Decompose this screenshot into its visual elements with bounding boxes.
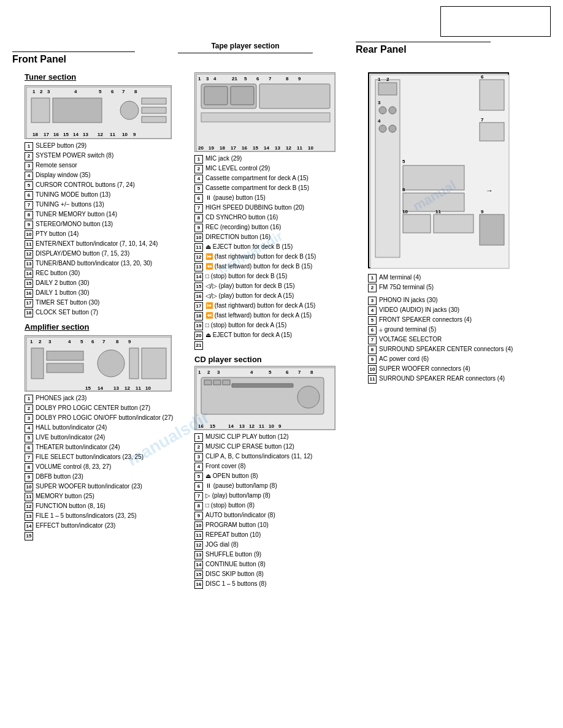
cd-item-8: 8□ (stop) button (8): [194, 501, 356, 510]
rear-panel-header: Rear Panel: [356, 42, 491, 55]
tape-player-diagram: 1 3 4 21 5 6 7 8 9 20: [194, 72, 335, 152]
rear-item-spacer: [368, 293, 538, 295]
svg-rect-84: [204, 380, 212, 385]
svg-text:3: 3: [217, 370, 220, 375]
tuner-item-14: 14REC button (30): [25, 269, 187, 278]
svg-text:11: 11: [110, 132, 115, 137]
svg-text:18: 18: [33, 132, 38, 137]
svg-text:9: 9: [133, 132, 136, 137]
svg-point-105: [389, 125, 396, 132]
svg-text:2: 2: [386, 77, 389, 82]
top-right-box: [440, 6, 551, 37]
svg-text:15: 15: [85, 385, 91, 391]
right-column: 1 2 3 4 5 6: [356, 72, 538, 594]
svg-text:9: 9: [481, 209, 484, 214]
svg-text:16: 16: [198, 423, 204, 429]
svg-text:8: 8: [310, 370, 313, 375]
amp-item-9: 9DBFB button (23): [25, 472, 187, 482]
cd-item-10: 10PROGRAM button (10): [194, 521, 356, 530]
svg-point-3: [120, 101, 139, 119]
svg-rect-83: [232, 384, 293, 387]
tape-item-11: 11⏏ EJECT button for deck B (15): [194, 243, 356, 252]
rear-item-10: 10SUPER WOOFER connectors (4): [368, 365, 538, 374]
tuner-item-10: 10PTY button (14): [25, 230, 187, 239]
svg-point-101: [379, 107, 386, 114]
svg-text:2: 2: [207, 370, 210, 375]
svg-text:11: 11: [259, 423, 264, 429]
tape-item-12: 12⏩ (fast rightward) button for deck B (…: [194, 252, 356, 262]
svg-text:5: 5: [244, 76, 247, 82]
svg-rect-2: [53, 98, 102, 123]
svg-text:16: 16: [242, 145, 247, 151]
rear-item-6: 6⏚ ground terminal (5): [368, 325, 538, 335]
svg-rect-97: [375, 80, 400, 257]
svg-text:4: 4: [378, 118, 381, 124]
svg-rect-61: [201, 113, 330, 122]
tuner-item-15: 15DAILY 2 button (30): [25, 279, 187, 288]
tape-item-13: 13⏪ (fast leftward) button for deck B (1…: [194, 262, 356, 271]
svg-text:12: 12: [286, 145, 291, 151]
svg-rect-30: [129, 348, 139, 379]
svg-text:19: 19: [209, 145, 214, 151]
cd-items-list: 1MUSIC CLIP PLAY button (12) 2MUSIC CLIP…: [194, 433, 356, 589]
svg-text:3: 3: [206, 76, 209, 82]
svg-text:10: 10: [269, 423, 274, 429]
svg-text:4: 4: [213, 76, 216, 82]
rear-item-4: 4VIDEO (AUDIO) IN jacks (30): [368, 306, 538, 315]
svg-text:9: 9: [128, 339, 131, 344]
tuner-item-18: 18CLOCK SET button (7): [25, 308, 187, 317]
svg-text:10: 10: [145, 385, 151, 391]
amp-item-3: 3DOLBY PRO LOGIC ON/OFF button/indicator…: [25, 414, 187, 423]
rear-item-2: 2FM 75Ω terminal (5): [368, 283, 538, 292]
svg-text:16: 16: [53, 132, 59, 137]
svg-rect-4: [142, 98, 166, 104]
svg-text:12: 12: [124, 385, 130, 391]
tape-item-19: 19□ (stop) button for deck A (15): [194, 321, 356, 330]
tape-player-header: Tape player section: [178, 42, 313, 53]
svg-text:9: 9: [278, 423, 282, 429]
cd-item-4: 4Front cover (8): [194, 462, 356, 471]
rear-panel-diagram: 1 2 3 4 5 6: [368, 72, 509, 268]
svg-point-102: [389, 107, 396, 114]
svg-text:13: 13: [83, 132, 88, 137]
svg-rect-60: [259, 84, 330, 108]
svg-text:4: 4: [68, 339, 71, 344]
amp-item-11: 11MEMORY button (25): [25, 492, 187, 501]
tape-item-21: 21: [194, 341, 356, 350]
svg-text:1: 1: [30, 339, 33, 344]
tuner-item-11: 11ENTER/NEXT button/indicator (7, 10, 14…: [25, 240, 187, 249]
tape-item-1: 1MIC jack (29): [194, 154, 356, 164]
cd-item-11: 11REPEAT button (10): [194, 531, 356, 540]
svg-rect-58: [204, 86, 228, 105]
tuner-item-9: 9STEREO/MONO button (13): [25, 220, 187, 229]
svg-text:5: 5: [269, 370, 272, 375]
tuner-item-7: 7TUNING +/− buttons (13): [25, 200, 187, 210]
svg-rect-59: [231, 86, 254, 105]
svg-text:6: 6: [256, 76, 259, 82]
tuner-diagram: 1 2 3 4 5 6 7 8 18 17 16 15 14 13 12 11: [25, 85, 172, 139]
svg-text:3: 3: [48, 339, 52, 344]
rear-item-11: 11SURROUND SPEAKER REAR connectors (4): [368, 374, 538, 384]
tuner-item-2: 2SYSTEM POWER switch (8): [25, 151, 187, 161]
left-column: Tuner section 1 2 3 4: [25, 72, 187, 594]
cd-item-15: 15DISC SKIP button (8): [194, 570, 356, 579]
svg-rect-5: [142, 107, 166, 113]
tape-items-list: 1MIC jack (29) 2MIC LEVEL control (29) 4…: [194, 154, 356, 350]
svg-text:21: 21: [232, 76, 237, 82]
amplifier-diagram: 1 2 3 4 5 6 7 8 9 10 11 12 13 14 15: [25, 335, 172, 392]
cd-item-16: 16DISC 1 – 5 buttons (8): [194, 580, 356, 589]
rear-item-1: 1AM terminal (4): [368, 273, 538, 282]
svg-text:8: 8: [286, 76, 289, 82]
svg-point-104: [379, 125, 386, 132]
svg-text:15: 15: [63, 132, 69, 137]
tuner-item-8: 8TUNER MEMORY button (14): [25, 210, 187, 219]
cd-item-9: 9AUTO button/indicator (8): [194, 511, 356, 520]
rear-item-8: 8SURROUND SPEAKER CENTER connectors (4): [368, 345, 538, 354]
svg-text:10: 10: [308, 145, 313, 151]
tuner-item-4: 4Display window (35): [25, 171, 187, 180]
svg-text:12: 12: [249, 423, 255, 429]
svg-rect-31: [142, 348, 166, 379]
svg-text:1: 1: [378, 77, 381, 82]
middle-column: 1 3 4 21 5 6 7 8 9 20: [187, 72, 356, 594]
svg-rect-27: [47, 351, 83, 360]
